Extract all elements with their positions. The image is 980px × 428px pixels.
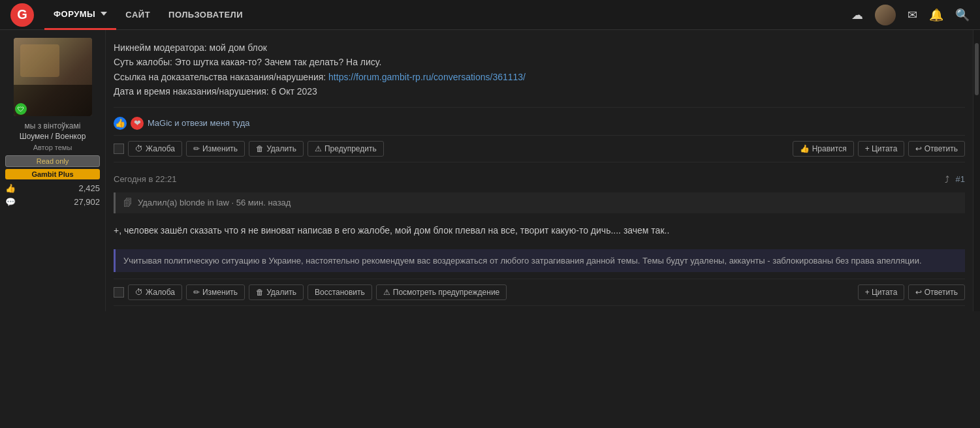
search-icon[interactable]: 🔍 [955,8,970,22]
action-bar-1: ⏱ Жалоба ✏ Изменить 🗑 Удалить ⚠ Предупре… [114,135,965,162]
share-icon-2[interactable]: ⤴ [945,174,949,185]
post-line-3: Ссылка на доказательства наказания/наруш… [114,70,965,84]
mail-icon[interactable]: ✉ [908,8,917,22]
reply-btn-2[interactable]: ↩ Ответить [908,284,965,300]
main-content: 🛡 мы з вінтоўкамі Шоумен / Военкор Автор… [0,30,980,311]
reactions-row-1: 👍 ❤ MaGic и отвези меня туда [114,117,965,130]
action-bar-right-2: + Цитата ↩ Ответить [858,284,965,300]
action-bar-right-1: 👍 Нравится + Цитата ↩ Ответить [793,141,965,157]
post-number-2: #1 [956,174,965,184]
action-bar-2: ⏱ Жалоба ✏ Изменить 🗑 Удалить Восстанови… [114,279,965,306]
clock-icon-1: ⏱ [135,144,143,153]
post-timestamp-2: Сегодня в 22:21 [114,174,176,184]
report-btn-2[interactable]: ⏱ Жалоба [128,284,182,300]
delete-btn-1[interactable]: 🗑 Удалить [249,141,304,157]
nav-forums[interactable]: ФОРУМЫ [44,0,116,30]
user-role-1: Шоумен / Военкор [5,132,100,141]
notice-block-2: Учитывая политическую ситуацию в Украине… [114,249,965,273]
pencil-icon-1: ✏ [193,144,200,153]
message-icon-1: 💬 [5,197,16,207]
reaction-text-1: MaGic и отвези меня туда [148,118,249,128]
svg-marker-0 [101,12,107,16]
quote-doc-icon-2: 🗐 [123,198,133,208]
nav-site[interactable]: САЙТ [116,0,159,30]
badge-gambit-1: Gambit Plus [5,169,100,179]
badge-readonly-1: Read only [5,155,100,167]
post-header-2: Сегодня в 22:21 ⤴ #1 [114,168,965,189]
like-icon-1: 👍 [800,144,810,153]
restore-btn-2[interactable]: Восстановить [308,284,372,300]
quoted-text-2: Удалил(а) blonde in law · 56 мин. назад [138,198,291,207]
user-name-1: мы з вінтоўкамі [5,121,100,130]
reaction-love-icon: ❤ [131,117,144,130]
user-avatar-header[interactable] [875,5,896,25]
user-stats-messages-1: 💬 27,902 [5,195,100,209]
post-link-1[interactable]: https://forum.gambit-rp.ru/conversations… [328,72,526,82]
user-avatar-1: 🛡 [14,38,92,116]
cloud-icon[interactable]: ☁ [851,8,863,22]
like-btn-1[interactable]: 👍 Нравится [793,141,854,157]
post-line-2: Суть жалобы: Это шутка какая-то? Зачем т… [114,55,965,69]
warn-icon-2: ⚠ [383,288,390,297]
scrollbar[interactable] [973,30,980,311]
user-column-1: 🛡 мы з вінтоўкамі Шоумен / Военкор Автор… [0,30,106,311]
delete-btn-2[interactable]: 🗑 Удалить [249,284,304,300]
trash-icon-1: 🗑 [256,144,264,153]
header-icons: ☁ ✉ 🔔 🔍 [851,5,970,25]
quoted-block-2: 🗐 Удалил(а) blonde in law · 56 мин. наза… [114,192,965,213]
header: G ФОРУМЫ САЙТ ПОЛЬЗОВАТЕЛИ ☁ ✉ 🔔 🔍 [0,0,980,30]
edit-btn-1[interactable]: ✏ Изменить [186,141,245,157]
scroll-thumb[interactable] [975,43,979,95]
view-warn-btn-2[interactable]: ⚠ Посмотреть предупреждение [376,284,507,300]
quote-btn-2[interactable]: + Цитата [858,284,905,300]
thumbs-up-icon-1: 👍 [5,183,16,193]
report-btn-1[interactable]: ⏱ Жалоба [128,141,182,157]
post-column-1: Никнейм модератора: мой дом блок Суть жа… [106,30,973,311]
edit-btn-2[interactable]: ✏ Изменить [186,284,245,300]
pencil-icon-2: ✏ [193,288,200,297]
trash-icon-2: 🗑 [256,288,264,297]
user-stats-likes-1: 👍 2,425 [5,181,100,195]
post-line-1: Никнейм модератора: мой дом блок [114,40,965,55]
post-line-4: Дата и время наказания/нарушения: 6 Окт … [114,84,965,99]
clock-icon-2: ⏱ [135,288,143,297]
warn-btn-1[interactable]: ⚠ Предупредить [308,141,384,157]
reply-btn-1[interactable]: ↩ Ответить [908,141,965,157]
reaction-like-icon: 👍 [114,117,127,130]
post-body-2: +, человек зашёл сказать что я не винова… [114,217,965,243]
nav-users[interactable]: ПОЛЬЗОВАТЕЛИ [159,0,252,30]
warn-icon-1: ⚠ [315,144,322,153]
user-label-1: Автор темы [5,144,100,151]
logo: G [10,3,34,27]
quote-btn-1[interactable]: + Цитата [858,141,905,157]
select-checkbox-1[interactable] [114,144,124,154]
post-content-1: Никнейм модератора: мой дом блок Суть жа… [114,35,965,108]
select-checkbox-2[interactable] [114,287,124,298]
user-online-badge: 🛡 [15,103,27,115]
bell-icon[interactable]: 🔔 [929,8,943,22]
